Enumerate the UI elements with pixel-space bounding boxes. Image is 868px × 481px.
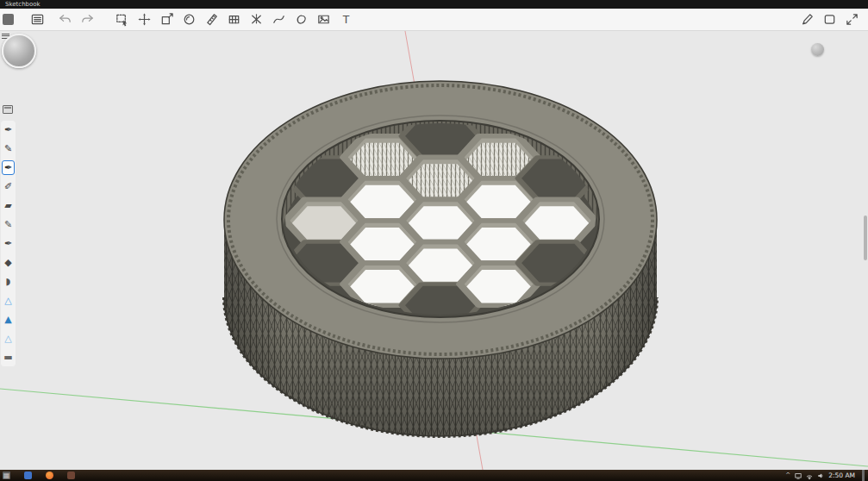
stylus-edit-icon[interactable] [796,9,818,30]
app-dark-icon[interactable] [67,472,75,479]
fullscreen-icon[interactable] [840,9,863,30]
firefox-icon[interactable] [46,472,53,479]
brush-icon: ◆ [4,257,11,268]
window-titlebar: Sketchbook [0,0,868,9]
system-tray: ^ 2:50 AM [785,470,868,481]
brush-tool-0[interactable]: ✒ [2,122,15,137]
brush-tool-3[interactable]: ✐ [2,179,15,194]
brush-tool-2[interactable]: ✒ [2,160,15,175]
taskbar-apps: ▦ [0,472,75,479]
app-menu-icon[interactable] [3,14,14,25]
canvas-scrollbar[interactable] [864,216,867,260]
redo-icon[interactable] [76,9,98,30]
marquee-select-icon[interactable] [110,9,133,30]
brush-icon: △ [4,295,11,306]
taskbar-clock[interactable]: 2:50 AM [828,470,855,481]
brush-icon: ✐ [4,181,12,192]
perspective-grid-icon[interactable] [222,9,245,30]
stroke-curve-icon[interactable] [267,9,290,30]
drawing-canvas[interactable]: ✒ ✎ ✒ ✐ ▰ ✎ ✒ ◆ ◗ △ ▲ △ ▬ [0,31,868,470]
menu-list-icon[interactable] [26,9,48,30]
move-transform-icon[interactable] [133,9,155,30]
brush-tool-7[interactable]: ◆ [2,255,15,270]
start-icon[interactable]: ▦ [3,472,10,479]
text-tool-icon[interactable]: T [334,9,357,30]
brush-icon: ◗ [6,276,11,287]
brush-panel-icon[interactable] [3,105,13,114]
brush-tool-8[interactable]: ◗ [2,274,15,289]
distort-icon[interactable] [155,9,178,30]
corner-handle[interactable] [811,43,824,56]
scene-graphic [0,31,868,470]
brush-icon: ▲ [4,314,11,325]
brush-puck[interactable] [2,34,36,68]
window-title: Sketchbook [5,1,41,8]
brush-icon: ✒ [4,238,12,249]
brush-tool-11[interactable]: △ [2,331,15,346]
fill-circle-icon[interactable] [178,9,200,30]
show-desktop-button[interactable] [862,470,865,481]
brush-icon: ▰ [4,200,11,211]
layer-panel-icon[interactable] [818,9,840,30]
undo-icon[interactable] [53,9,76,30]
display-icon[interactable] [795,472,802,479]
brush-tool-5[interactable]: ✎ [2,217,15,232]
brush-tool-9[interactable]: △ [2,293,15,308]
brush-tool-1[interactable]: ✎ [2,141,15,156]
browser-blue-icon[interactable] [24,472,32,479]
brush-tool-4[interactable]: ▰ [2,198,15,213]
brush-tool-10[interactable]: ▲ [2,312,15,327]
brush-icon: ✎ [4,219,12,230]
chevron-up-icon[interactable]: ^ [785,470,790,481]
lasso-shape-icon[interactable] [290,9,312,30]
svg-text:T: T [341,14,349,26]
cad-model [224,81,657,436]
network-icon[interactable] [806,472,813,479]
import-image-icon[interactable] [312,9,334,30]
brush-tool-6[interactable]: ✒ [2,236,15,251]
app-window: Sketchbook [0,0,868,481]
brush-icon: ✒ [4,124,12,135]
volume-icon[interactable] [817,472,824,479]
brush-icon: △ [4,333,11,344]
brush-icon: ✎ [4,143,12,154]
symmetry-icon[interactable] [245,9,267,30]
brush-icon: ▬ [3,352,12,363]
brush-icon: ✒ [4,162,12,173]
brush-tool-12[interactable]: ▬ [2,350,15,365]
main-toolbar: T [0,9,868,31]
brush-strip: ✒ ✎ ✒ ✐ ▰ ✎ ✒ ◆ ◗ △ ▲ △ ▬ [1,121,16,366]
system-taskbar: ▦ ^ 2:50 AM [0,470,868,481]
ruler-icon[interactable] [200,9,222,30]
